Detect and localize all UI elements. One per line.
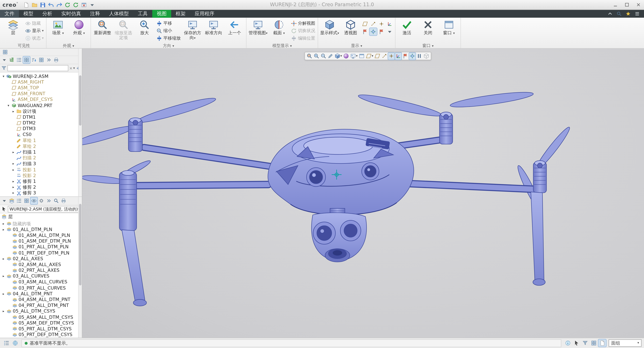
close-button[interactable] [632, 0, 644, 9]
manage-views-button[interactable]: 管理视图▾ [248, 18, 268, 35]
tree-expander-icon[interactable]: ▸ [2, 274, 5, 278]
layer-tree-item[interactable]: 05_PRT_ALL_DTM_CSYS [0, 326, 78, 332]
navigator-panes-button[interactable] [1, 48, 9, 56]
tab-模型[interactable]: 模型 [19, 10, 38, 18]
maximize-button[interactable] [621, 0, 632, 9]
model-tree-item[interactable]: CS0 [0, 132, 78, 138]
more-button[interactable] [45, 197, 52, 204]
tab-工具[interactable]: 工具 [133, 10, 152, 18]
open-file-button[interactable] [30, 1, 38, 9]
layer-tree-item[interactable]: ▸03_ALL_CURVES [0, 273, 78, 279]
model-tree-item[interactable]: ▸扫描 1 [0, 149, 78, 155]
panel-menu-button[interactable] [1, 197, 8, 204]
rules-button[interactable] [38, 197, 45, 204]
web-browser-button[interactable] [11, 339, 19, 347]
layer-model-selector[interactable]: WURENJI-2.ASM (顶层模型, 活动的)▾ [8, 206, 81, 212]
model-tree-item[interactable]: ASM_FRONT [0, 91, 78, 97]
layer-tree-item[interactable]: 03_ASM_ALL_CURVES [0, 279, 78, 285]
appearances-button[interactable]: 外观 ▾ [69, 18, 90, 35]
display-style-button[interactable]: 显示样式▾ [320, 18, 340, 35]
tree-expander-icon[interactable]: ▸ [2, 292, 5, 296]
settings-grid-button[interactable] [23, 197, 30, 204]
model-tree-item[interactable]: ASM_RIGHT [0, 79, 78, 85]
tree-expander-icon[interactable]: ▾ [6, 104, 10, 107]
selection-filter[interactable]: 面组 ▾ [608, 339, 642, 347]
layer-tree-scrollbar[interactable] [78, 197, 82, 338]
model-tree-item[interactable]: 草绘 2 [0, 143, 78, 149]
layer-root-row[interactable]: 层 [0, 213, 82, 220]
sections-button[interactable]: 截面 ▾ [269, 18, 289, 35]
display-style-button[interactable]: ▾ [334, 53, 342, 60]
refresh-button[interactable] [72, 1, 80, 9]
layer-tree-item[interactable]: 03_PRT_ALL_CURVES [0, 285, 78, 291]
find-button[interactable] [53, 197, 60, 204]
more-button[interactable] [45, 56, 52, 64]
model-tree-item[interactable]: ▸修剪 1 [0, 178, 78, 184]
scrollbar-thumb[interactable] [79, 204, 82, 286]
saved-orientations-button[interactable]: 保存的方向▾ [182, 18, 203, 40]
edit-position-button[interactable]: 编辑位置 [290, 35, 316, 42]
model-tree-item[interactable]: 草绘 1 [0, 138, 78, 144]
scene-button[interactable]: 场景 ▾ [48, 18, 68, 35]
annotation-display-toggle[interactable] [361, 28, 369, 36]
pan-button[interactable]: 平移 [155, 20, 182, 27]
previous-button[interactable]: 上一个 [224, 18, 245, 35]
tab-视图[interactable]: 视图 [152, 10, 171, 18]
redo-button[interactable] [55, 1, 63, 9]
model-tree-item[interactable]: ▸设计项 [0, 108, 78, 114]
panel-menu-button[interactable] [1, 56, 8, 64]
activate-button[interactable]: 激活 [397, 18, 417, 35]
csys-display-toggle[interactable] [386, 20, 394, 28]
settings-grid-button[interactable] [23, 56, 30, 64]
layer-tree-item[interactable]: 01_PRT_DEF_DTM_PLN [0, 250, 78, 256]
layer-tree-item[interactable]: 04_PRT_ALL_DTM_PNT [0, 302, 78, 308]
options-button[interactable] [633, 11, 641, 17]
print-button[interactable] [53, 56, 60, 64]
sort-button[interactable] [30, 56, 38, 64]
perspective-button[interactable]: 透视图 [340, 18, 361, 35]
customize-button[interactable] [88, 1, 96, 9]
tree-expander-icon[interactable]: ▸ [12, 150, 15, 154]
minimize-ribbon-button[interactable] [606, 11, 614, 17]
model-tree-item[interactable]: ▸扫描 3 [0, 161, 78, 167]
new-file-button[interactable] [22, 1, 30, 9]
model-tree-item[interactable]: DTM2 [0, 120, 78, 126]
layer-tree-item[interactable]: 01_ASM_DEF_DTM_PLN [0, 238, 78, 244]
filter-funnel-button[interactable] [581, 339, 589, 347]
clear-filter-icon[interactable]: ✕ [69, 66, 72, 70]
layer-tree-button[interactable] [8, 197, 15, 204]
status-button[interactable]: 状态▾ [24, 35, 45, 42]
save-button[interactable] [39, 1, 47, 9]
select-3d-button[interactable] [572, 339, 580, 347]
filter-dropdown-caret[interactable]: ▾ [73, 67, 75, 70]
tree-expander-icon[interactable]: ▸ [2, 257, 5, 260]
model-tree-item[interactable]: ▾WAIGUAN2.PRT [0, 103, 78, 108]
layer-tree-item[interactable]: ▸01_ALL_DTM_PLN [0, 227, 78, 232]
model-tree-item[interactable]: 投影 2 [0, 173, 78, 178]
layer-tree-item[interactable]: 02_ASM_ALL_AXES [0, 262, 78, 268]
axis-display-toggle[interactable] [370, 20, 377, 28]
minimize-button[interactable] [610, 0, 621, 9]
model-tree-item[interactable]: ▸修剪 3 [0, 190, 78, 196]
layer-tree-item[interactable]: 05_ASM_ALL_DTM_CSYS [0, 314, 78, 320]
spin-center-button[interactable] [409, 53, 416, 60]
plane-display-button[interactable] [374, 53, 381, 60]
tree-expander-icon[interactable]: ▸ [2, 222, 5, 225]
search-button[interactable] [615, 11, 622, 17]
layer-tree-item[interactable]: 01_PRT_ALL_DTM_PLN [0, 244, 78, 250]
hide-button[interactable]: 隐藏 [24, 20, 45, 27]
print-button[interactable] [60, 197, 67, 204]
tree-expander-icon[interactable]: ▸ [12, 185, 15, 189]
plane-display-toggle[interactable] [361, 20, 369, 28]
favorites-button[interactable] [624, 11, 632, 17]
graphics-viewport[interactable]: ▾▾▾ [82, 49, 644, 337]
model-tree-item[interactable]: ASM_TOP [0, 85, 78, 91]
point-display-toggle[interactable] [378, 20, 385, 28]
view-manager-button[interactable] [358, 53, 365, 60]
point-display-button[interactable] [388, 53, 394, 60]
datum-display-button[interactable]: ▾ [365, 53, 374, 60]
regenerate-button[interactable] [64, 1, 72, 9]
refit-button[interactable] [306, 53, 313, 60]
tab-应用程序[interactable]: 应用程序 [190, 10, 219, 18]
layers-button[interactable]: 层 [3, 18, 24, 35]
